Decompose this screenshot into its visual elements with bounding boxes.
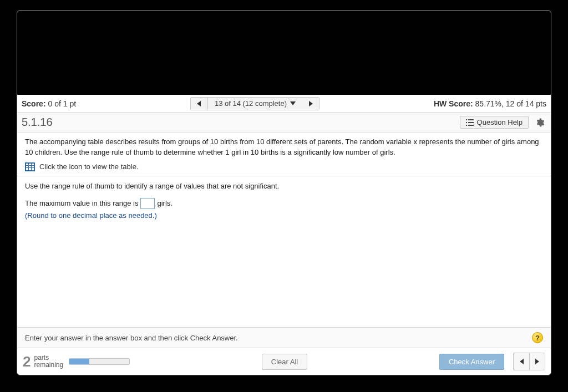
triangle-left-icon bbox=[520, 359, 524, 364]
check-answer-button[interactable]: Check Answer bbox=[439, 354, 504, 370]
parts-label-2: remaining bbox=[34, 362, 63, 369]
table-icon bbox=[25, 162, 35, 171]
hw-score-label: HW Score: bbox=[434, 99, 473, 108]
question-mark-icon: ? bbox=[535, 334, 540, 342]
hw-score-value: 85.71%, 12 of 14 pts bbox=[475, 99, 546, 108]
sub-instruction: Use the range rule of thumb to identify … bbox=[25, 182, 543, 198]
list-icon bbox=[466, 119, 474, 126]
question-body: The accompanying table describes results… bbox=[17, 133, 551, 220]
app-frame: Score: 0 of 1 pt 13 of 14 (12 complete) … bbox=[17, 10, 551, 375]
nav-next-button[interactable] bbox=[302, 98, 319, 110]
score-left: Score: 0 of 1 pt bbox=[22, 99, 76, 108]
question-help-button[interactable]: Question Help bbox=[460, 116, 529, 129]
round-note: (Round to one decimal place as needed.) bbox=[25, 211, 543, 220]
nav-position-dropdown[interactable]: 13 of 14 (12 complete) bbox=[207, 98, 302, 110]
nav-center: 13 of 14 (12 complete) bbox=[76, 97, 434, 110]
nav-prev-button[interactable] bbox=[191, 98, 207, 110]
score-value: 0 of 1 pt bbox=[48, 99, 76, 108]
question-help-label: Question Help bbox=[477, 118, 523, 126]
answer-input[interactable] bbox=[140, 198, 155, 209]
answer-before-text: The maximum value in this range is bbox=[25, 199, 138, 207]
footer-nav bbox=[513, 353, 545, 370]
content-area: Score: 0 of 1 pt 13 of 14 (12 complete) … bbox=[17, 95, 551, 375]
parts-label: parts remaining bbox=[34, 354, 63, 369]
view-table-text: Click the icon to view the table. bbox=[39, 162, 138, 171]
gear-icon bbox=[535, 118, 545, 128]
settings-button[interactable] bbox=[533, 116, 546, 129]
score-label: Score: bbox=[22, 99, 46, 108]
problem-text: The accompanying table describes results… bbox=[25, 137, 543, 161]
parts-remaining: 2 parts remaining bbox=[23, 353, 63, 370]
hw-score: HW Score: 85.71%, 12 of 14 pts bbox=[434, 99, 546, 108]
nav-position-text: 13 of 14 (12 complete) bbox=[215, 99, 287, 108]
triangle-left-icon bbox=[197, 101, 201, 106]
answer-line: The maximum value in this range is girls… bbox=[25, 198, 543, 209]
footer: 2 parts remaining Clear All Check Answer bbox=[17, 348, 551, 375]
instruction-bar: Enter your answer in the answer box and … bbox=[17, 327, 551, 348]
view-table-link[interactable]: Click the icon to view the table. bbox=[25, 161, 543, 176]
triangle-right-icon bbox=[535, 359, 539, 364]
footer-prev-button[interactable] bbox=[514, 353, 529, 370]
progress-bar bbox=[69, 358, 130, 365]
instruction-text: Enter your answer in the answer box and … bbox=[25, 334, 238, 342]
clear-all-button[interactable]: Clear All bbox=[262, 354, 307, 370]
help-button[interactable]: ? bbox=[532, 332, 543, 343]
triangle-down-icon bbox=[290, 101, 296, 105]
progress-fill bbox=[69, 359, 89, 364]
divider bbox=[17, 176, 551, 176]
triangle-right-icon bbox=[309, 101, 313, 106]
question-number: 5.1.16 bbox=[22, 116, 53, 129]
score-bar: Score: 0 of 1 pt 13 of 14 (12 complete) … bbox=[17, 95, 551, 113]
answer-after-text: girls. bbox=[157, 199, 172, 207]
footer-next-button[interactable] bbox=[529, 353, 545, 370]
nav-group: 13 of 14 (12 complete) bbox=[190, 97, 320, 110]
parts-count: 2 bbox=[23, 353, 31, 370]
question-header: 5.1.16 Question Help bbox=[17, 113, 551, 133]
